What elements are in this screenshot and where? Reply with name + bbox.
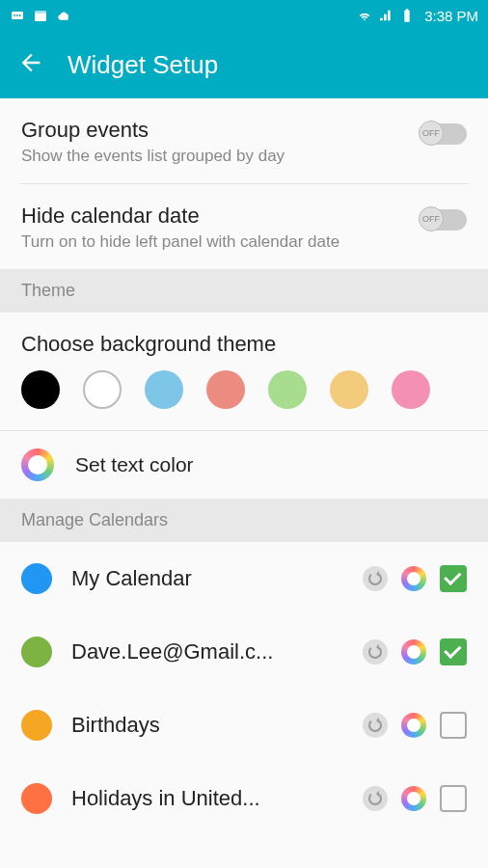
sync-icon[interactable] — [363, 639, 388, 665]
section-theme: Theme — [0, 269, 488, 312]
notification-icon — [10, 8, 25, 23]
calendar-status-icon — [33, 8, 48, 23]
calendar-checkbox[interactable] — [440, 785, 467, 812]
calendar-item[interactable]: Dave.Lee@Gmail.c... — [0, 615, 488, 689]
page-title: Widget Setup — [68, 50, 218, 80]
calendar-color-dot — [21, 783, 52, 814]
calendar-name: Birthdays — [71, 713, 343, 738]
svg-rect-6 — [404, 11, 409, 22]
toggle-hide-date[interactable]: OFF — [420, 209, 467, 231]
setting-hide-date[interactable]: Hide calendar date Turn on to hide left … — [0, 184, 488, 269]
calendar-checkbox[interactable] — [440, 565, 467, 592]
calendar-name: Dave.Lee@Gmail.c... — [71, 639, 343, 665]
calendar-actions — [363, 712, 467, 739]
calendar-actions — [363, 785, 467, 812]
calendar-color-dot — [21, 637, 52, 667]
signal-icon — [378, 8, 393, 23]
toggle-group-events[interactable]: OFF — [420, 123, 467, 145]
app-bar: Widget Setup — [0, 31, 488, 98]
calendar-name: Holidays in United... — [71, 786, 343, 811]
section-manage-calendars: Manage Calendars — [0, 499, 488, 542]
sync-icon[interactable] — [363, 713, 388, 738]
calendar-color-dot — [21, 710, 52, 741]
rainbow-icon — [21, 448, 54, 481]
setting-subtitle: Show the events list grouped by day — [21, 147, 420, 166]
calendar-actions — [363, 638, 467, 665]
theme-color-swatch[interactable] — [206, 370, 245, 409]
svg-point-1 — [14, 14, 15, 16]
set-text-color-label: Set text color — [75, 453, 194, 476]
theme-color-swatch[interactable] — [83, 370, 122, 409]
theme-color-swatch[interactable] — [392, 370, 430, 409]
sync-icon[interactable] — [363, 566, 388, 591]
status-time: 3:38 PM — [424, 8, 478, 24]
battery-icon — [399, 8, 415, 23]
setting-group-events[interactable]: Group events Show the events list groupe… — [0, 98, 488, 183]
calendar-name: My Calendar — [71, 566, 343, 591]
svg-rect-7 — [406, 9, 409, 11]
calendar-actions — [363, 565, 467, 592]
toggle-thumb: OFF — [419, 121, 444, 146]
setting-subtitle: Turn on to hide left panel with calendar… — [21, 232, 420, 252]
setting-title: Hide calendar date — [21, 203, 420, 229]
calendar-checkbox[interactable] — [440, 638, 467, 665]
color-picker-icon[interactable] — [401, 639, 426, 665]
calendar-item[interactable]: Birthdays — [0, 689, 488, 762]
calendar-list: My CalendarDave.Lee@Gmail.c...BirthdaysH… — [0, 542, 488, 835]
calendar-item[interactable]: My Calendar — [0, 542, 488, 615]
calendar-color-dot — [21, 563, 52, 594]
theme-color-swatch[interactable] — [21, 370, 60, 409]
toggle-thumb: OFF — [419, 206, 444, 231]
theme-color-row — [0, 370, 488, 430]
back-button[interactable] — [17, 49, 44, 80]
theme-color-swatch[interactable] — [268, 370, 307, 409]
svg-point-3 — [19, 14, 21, 16]
sync-icon[interactable] — [363, 786, 388, 811]
choose-bg-label: Choose background theme — [0, 312, 488, 370]
set-text-color-button[interactable]: Set text color — [0, 430, 488, 499]
cloud-icon — [56, 8, 71, 23]
color-picker-icon[interactable] — [401, 566, 426, 591]
setting-title: Group events — [21, 118, 420, 143]
calendar-item[interactable]: Holidays in United... — [0, 762, 488, 835]
color-picker-icon[interactable] — [401, 786, 426, 811]
calendar-checkbox[interactable] — [440, 712, 467, 739]
svg-point-2 — [16, 14, 18, 16]
svg-rect-5 — [35, 11, 46, 14]
theme-color-swatch[interactable] — [145, 370, 183, 409]
theme-color-swatch[interactable] — [330, 370, 368, 409]
status-bar: 3:38 PM — [0, 0, 488, 31]
back-arrow-icon — [17, 49, 44, 76]
wifi-icon — [357, 8, 372, 23]
color-picker-icon[interactable] — [401, 713, 426, 738]
